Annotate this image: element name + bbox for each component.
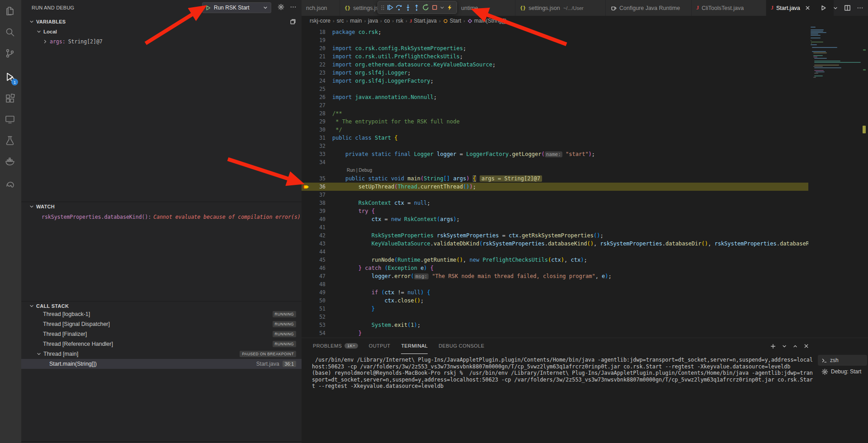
remote-explorer-icon[interactable]: [5, 114, 17, 126]
thread-status-badge: RUNNING: [273, 341, 296, 347]
maximize-panel-icon[interactable]: [793, 344, 798, 349]
breadcrumb-item[interactable]: co: [384, 18, 390, 24]
overview-ruler[interactable]: [862, 26, 868, 338]
breadcrumb-item[interactable]: JStart.java: [410, 18, 437, 24]
code-text: RskSystemProperties rskSystemProperties …: [332, 231, 808, 240]
terminal-line: /usr/bin/env /Library/Internet\ Plug-Ins…: [312, 357, 815, 363]
more-actions-icon[interactable]: [857, 5, 863, 11]
code-line-20: 20import co.rsk.config.RskSystemProperti…: [302, 44, 808, 52]
code-line-24: 24import org.slf4j.LoggerFactory;: [302, 77, 808, 85]
call-stack-thread-row[interactable]: Thread [logback-1]RUNNING: [21, 309, 302, 319]
line-number: 35: [302, 174, 326, 183]
call-stack-frame-row[interactable]: Start.main(String[])Start.java36:1: [21, 359, 302, 369]
editor-group: nch.json{}settings.jsonuntime{}settings.…: [302, 0, 868, 443]
breadcrumb-item[interactable]: src: [337, 18, 344, 24]
call-stack-thread-row[interactable]: Thread [Signal Dispatcher]RUNNING: [21, 319, 302, 329]
call-stack-thread-row[interactable]: Thread [Reference Handler]RUNNING: [21, 339, 302, 349]
start-debugging-icon[interactable]: [205, 5, 211, 11]
new-terminal-icon[interactable]: [770, 343, 776, 349]
chevron-down-icon[interactable]: [833, 5, 838, 11]
breadcrumb-item[interactable]: java: [368, 18, 378, 24]
codelens-run-debug[interactable]: Run | Debug: [347, 166, 372, 174]
breadcrumb-item[interactable]: Start: [443, 18, 461, 24]
explorer-icon[interactable]: [5, 5, 17, 18]
step-into-icon[interactable]: [404, 3, 412, 12]
chevron-down-icon: [29, 19, 34, 24]
restart-icon[interactable]: [422, 3, 430, 12]
code-editor[interactable]: 18package co.rsk;1920import co.rsk.confi…: [302, 26, 868, 338]
hot-code-replace-icon[interactable]: [446, 3, 454, 12]
split-editor-icon[interactable]: [844, 5, 851, 11]
line-number: 28: [302, 109, 326, 118]
thread-status-badge: RUNNING: [273, 331, 296, 337]
tab-label: Configure Java Runtime: [619, 5, 680, 11]
stop-dropdown-icon[interactable]: [439, 3, 445, 12]
frame-position-badge: 36:1: [283, 361, 296, 367]
line-number: 32: [302, 142, 326, 150]
extensions-icon[interactable]: [5, 93, 17, 105]
run-config-dropdown[interactable]: Run RSK Start: [202, 2, 271, 13]
current-line-marker: [863, 126, 866, 133]
step-out-icon[interactable]: [413, 3, 421, 12]
line-number: 22: [302, 61, 326, 69]
terminal-line: t --regtest -Xkeyvalue.datasource=leveld…: [312, 383, 815, 390]
breadcrumb-separator: ›: [439, 18, 441, 24]
tab-configure-java-runtime[interactable]: Configure Java Runtime: [606, 0, 692, 16]
breadcrumb-item[interactable]: rskj-core: [310, 18, 330, 24]
close-icon[interactable]: [805, 5, 811, 11]
variable-args-row[interactable]: args: String[2]@7: [21, 37, 302, 46]
code-text: package co.rsk;: [332, 28, 808, 36]
breakpoints-section-edge: [21, 441, 302, 443]
line-number: 18: [302, 28, 326, 36]
code-text: KeyValueDataSource.validateDbKind(rskSys…: [332, 240, 808, 248]
run-icon[interactable]: [820, 5, 827, 11]
variables-header-label: VARIABLES: [36, 19, 66, 24]
minimap[interactable]: [811, 27, 861, 117]
editor-actions: [820, 0, 863, 16]
source-control-icon[interactable]: [5, 48, 17, 60]
tab-nch-json[interactable]: nch.json: [302, 0, 340, 16]
search-icon[interactable]: [5, 27, 17, 39]
watch-item[interactable]: rskSystemProperties.databaseKind(): Cann…: [42, 212, 300, 222]
call-stack-thread-row[interactable]: Thread [Finalizer]RUNNING: [21, 329, 302, 339]
breadcrumb-item[interactable]: main: [350, 18, 362, 24]
close-panel-icon[interactable]: [803, 343, 809, 349]
more-actions-icon[interactable]: [290, 4, 298, 12]
stop-icon[interactable]: [431, 3, 439, 12]
code-text: } catch (Exception e) {: [332, 264, 808, 272]
terminal-list-item-zsh[interactable]: zsh: [818, 355, 867, 366]
breadcrumb-item[interactable]: main(String[]): [467, 18, 507, 24]
panel-tab-output[interactable]: OUTPUT: [369, 339, 391, 354]
breadcrumb: rskj-core›src›main›java›co›rsk›JStart.ja…: [302, 16, 868, 26]
thread-label: Thread [main]: [43, 351, 78, 357]
line-number: 19: [302, 36, 326, 44]
code-text: import co.rsk.util.PreflightChecksUtils;: [332, 52, 808, 61]
breadcrumb-item[interactable]: rsk: [396, 18, 403, 24]
code-text: import org.slf4j.LoggerFactory;: [332, 77, 808, 85]
code-line-49: 49 if (ctx != null) {: [302, 288, 808, 297]
gear-icon[interactable]: [278, 4, 286, 12]
open-view-icon[interactable]: [290, 19, 296, 25]
panel-tab-terminal[interactable]: TERMINAL: [401, 339, 428, 354]
tab-settings-json[interactable]: {}settings.json~/.../User: [515, 0, 606, 16]
tab-clitoolstest-java[interactable]: JCliToolsTest.java: [692, 0, 766, 16]
terminal-list-item-debug-start[interactable]: Debug: Start: [818, 366, 867, 377]
testing-icon[interactable]: [5, 135, 17, 147]
thread-status-badge: RUNNING: [273, 311, 296, 317]
panel-tab-problems[interactable]: PROBLEMS1K+: [313, 339, 358, 354]
thread-label: Thread [Reference Handler]: [43, 341, 113, 347]
gradle-icon[interactable]: [5, 179, 17, 192]
panel-tab-debug-console[interactable]: DEBUG CONSOLE: [439, 339, 484, 354]
bottom-panel: PROBLEMS1K+OUTPUTTERMINALDEBUG CONSOLE /…: [302, 338, 868, 443]
variables-section-header[interactable]: VARIABLES: [21, 17, 302, 26]
watch-section-header[interactable]: WATCH: [21, 202, 302, 211]
continue-icon[interactable]: [386, 3, 394, 12]
step-over-icon[interactable]: [395, 3, 403, 12]
terminal-output[interactable]: /usr/bin/env /Library/Internet\ Plug-Ins…: [312, 357, 815, 441]
docker-icon[interactable]: [5, 156, 17, 168]
call-stack-thread-row[interactable]: Thread [main]PAUSED ON BREAKPOINT: [21, 349, 302, 359]
code-line-32: 32: [302, 142, 808, 150]
line-number: 38: [302, 199, 326, 207]
variables-scope-local[interactable]: Local: [21, 27, 302, 36]
chevron-down-icon[interactable]: [782, 344, 787, 349]
